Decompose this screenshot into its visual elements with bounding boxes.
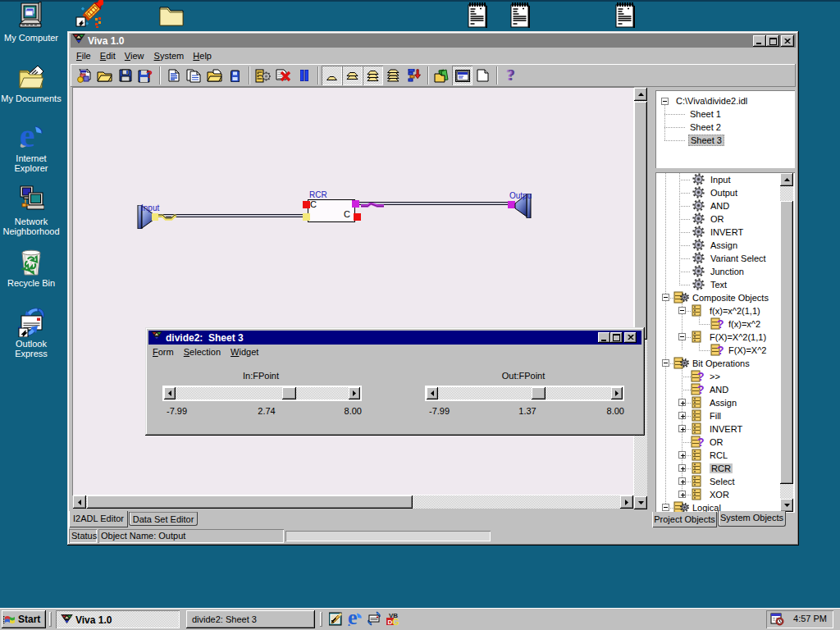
svg-text:?: ? [697, 436, 705, 448]
svg-text:e: e [348, 611, 358, 626]
svg-text:?: ? [508, 68, 515, 83]
svg-text:?: ? [717, 344, 724, 356]
svg-text:?: ? [697, 383, 705, 395]
svg-text:?: ? [146, 69, 153, 80]
svg-text:?: ? [697, 370, 705, 382]
svg-text:?: ? [717, 317, 724, 330]
svg-text:G: G [392, 617, 399, 627]
